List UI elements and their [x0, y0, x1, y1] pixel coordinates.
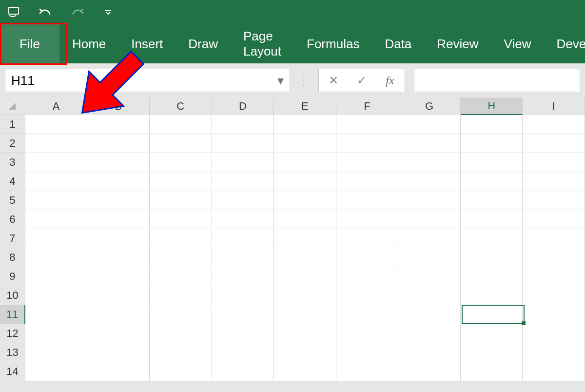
cell[interactable] [461, 305, 523, 324]
cell[interactable] [461, 172, 523, 191]
cell[interactable] [398, 134, 461, 153]
tab-draw[interactable]: Draw [176, 24, 231, 63]
enter-button[interactable]: ✓ [348, 69, 375, 92]
col-header-A[interactable]: A [25, 98, 88, 115]
cell[interactable] [212, 153, 274, 172]
row-header-4[interactable]: 4 [0, 172, 25, 191]
cell[interactable] [398, 343, 461, 362]
row-header-6[interactable]: 6 [0, 210, 25, 229]
customize-qat-icon[interactable] [98, 2, 118, 22]
cell[interactable] [336, 324, 399, 343]
cell[interactable] [150, 115, 212, 134]
cell[interactable] [461, 134, 523, 153]
name-box[interactable]: H11 ▾ [5, 69, 290, 92]
cell[interactable] [336, 153, 399, 172]
cell[interactable] [25, 153, 88, 172]
cell[interactable] [461, 153, 523, 172]
cell[interactable] [523, 305, 585, 324]
col-header-C[interactable]: C [150, 98, 212, 115]
cell[interactable] [150, 191, 212, 210]
cell[interactable] [523, 248, 585, 267]
cell[interactable] [274, 343, 336, 362]
cell[interactable] [398, 153, 461, 172]
cell[interactable] [25, 191, 88, 210]
cell[interactable] [523, 267, 585, 286]
cell[interactable] [461, 324, 523, 343]
cell[interactable] [523, 362, 585, 381]
cell[interactable] [398, 210, 461, 229]
cell[interactable] [523, 343, 585, 362]
cell[interactable] [87, 343, 150, 362]
cell[interactable] [150, 248, 212, 267]
col-header-E[interactable]: E [274, 98, 336, 115]
cell[interactable] [336, 229, 399, 248]
save-icon[interactable] [5, 2, 24, 22]
tab-insert[interactable]: Insert [118, 24, 176, 63]
cell[interactable] [25, 286, 88, 305]
cell[interactable] [336, 115, 399, 134]
chevron-down-icon[interactable]: ▾ [277, 73, 284, 88]
cell[interactable] [87, 248, 150, 267]
cell[interactable] [87, 134, 150, 153]
row-header-1[interactable]: 1 [0, 115, 25, 134]
cell[interactable] [461, 343, 523, 362]
cell[interactable] [336, 305, 399, 324]
cell[interactable] [274, 362, 336, 381]
select-all-corner[interactable] [0, 98, 25, 115]
col-header-B[interactable]: B [87, 98, 150, 115]
cell[interactable] [523, 191, 585, 210]
row-header-8[interactable]: 8 [0, 248, 25, 267]
tab-developer[interactable]: Developer [544, 24, 585, 63]
cell[interactable] [523, 134, 585, 153]
cell[interactable] [150, 153, 212, 172]
cell[interactable] [461, 286, 523, 305]
cell[interactable] [150, 229, 212, 248]
cell[interactable] [212, 286, 274, 305]
tab-review[interactable]: Review [424, 24, 491, 63]
cell[interactable] [523, 115, 585, 134]
cell[interactable] [25, 134, 88, 153]
cell[interactable] [212, 210, 274, 229]
cell[interactable] [336, 362, 399, 381]
tab-page-layout[interactable]: Page Layout [231, 24, 294, 63]
row-header-10[interactable]: 10 [0, 286, 25, 305]
cell[interactable] [274, 305, 336, 324]
redo-icon[interactable] [67, 2, 87, 22]
cell[interactable] [212, 324, 274, 343]
cell[interactable] [25, 305, 88, 324]
cell[interactable] [274, 267, 336, 286]
cell[interactable] [274, 324, 336, 343]
cell[interactable] [25, 267, 88, 286]
cell[interactable] [150, 172, 212, 191]
tab-file[interactable]: File [0, 24, 59, 63]
undo-icon[interactable] [36, 2, 56, 22]
cell[interactable] [25, 210, 88, 229]
cell[interactable] [274, 229, 336, 248]
row-header-2[interactable]: 2 [0, 134, 25, 153]
cell[interactable] [461, 115, 523, 134]
cell[interactable] [398, 115, 461, 134]
cell[interactable] [87, 229, 150, 248]
cell[interactable] [87, 267, 150, 286]
cell[interactable] [87, 153, 150, 172]
cell[interactable] [336, 286, 399, 305]
cell[interactable] [398, 286, 461, 305]
cell[interactable] [274, 115, 336, 134]
cell[interactable] [274, 248, 336, 267]
cell[interactable] [398, 305, 461, 324]
cell[interactable] [212, 248, 274, 267]
col-header-I[interactable]: I [523, 98, 585, 115]
cell[interactable] [150, 343, 212, 362]
cell[interactable] [461, 191, 523, 210]
cell[interactable] [25, 172, 88, 191]
tab-data[interactable]: Data [372, 24, 424, 63]
cell[interactable] [398, 248, 461, 267]
cell[interactable] [212, 362, 274, 381]
cell[interactable] [274, 172, 336, 191]
cell[interactable] [212, 172, 274, 191]
cell[interactable] [212, 134, 274, 153]
cell[interactable] [87, 115, 150, 134]
col-header-F[interactable]: F [336, 98, 399, 115]
row-header-7[interactable]: 7 [0, 229, 25, 248]
cell[interactable] [150, 305, 212, 324]
